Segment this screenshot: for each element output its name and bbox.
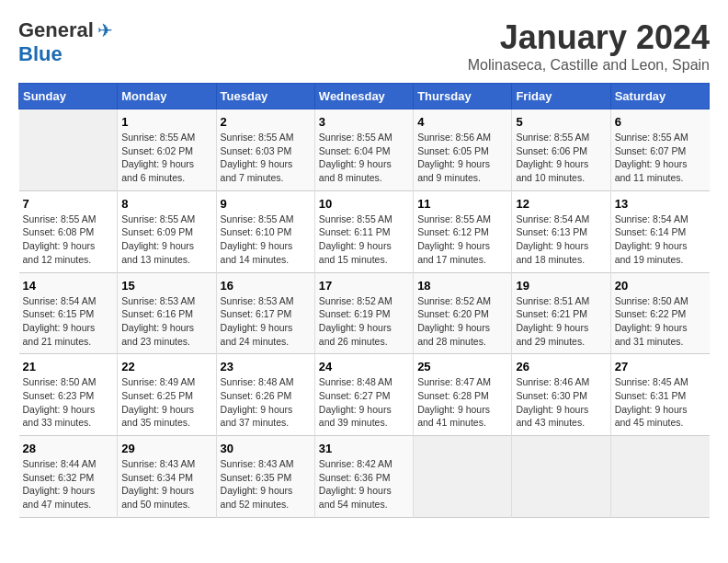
week-row-3: 14Sunrise: 8:54 AMSunset: 6:15 PMDayligh… (19, 272, 710, 354)
day-info: Sunrise: 8:55 AMSunset: 6:11 PMDaylight:… (319, 213, 409, 267)
day-info: Sunrise: 8:55 AMSunset: 6:09 PMDaylight:… (121, 213, 211, 267)
header-friday: Friday (512, 84, 610, 109)
day-cell: 5Sunrise: 8:55 AMSunset: 6:06 PMDaylight… (512, 109, 610, 191)
day-info: Sunrise: 8:55 AMSunset: 6:08 PMDaylight:… (23, 213, 114, 267)
day-number: 3 (319, 115, 409, 129)
day-info: Sunrise: 8:55 AMSunset: 6:03 PMDaylight:… (221, 131, 311, 185)
logo-blue-text: Blue (18, 42, 63, 66)
day-info: Sunrise: 8:50 AMSunset: 6:23 PMDaylight:… (23, 375, 114, 430)
day-number: 30 (221, 442, 311, 455)
day-number: 13 (615, 197, 706, 211)
day-info: Sunrise: 8:55 AMSunset: 6:04 PMDaylight:… (319, 131, 409, 185)
day-cell: 31Sunrise: 8:42 AMSunset: 6:36 PMDayligh… (314, 436, 413, 518)
day-number: 4 (417, 115, 507, 129)
day-info: Sunrise: 8:55 AMSunset: 6:06 PMDaylight:… (516, 131, 606, 185)
day-info: Sunrise: 8:55 AMSunset: 6:10 PMDaylight:… (221, 213, 311, 267)
day-number: 6 (615, 115, 706, 129)
day-cell: 28Sunrise: 8:44 AMSunset: 6:32 PMDayligh… (19, 436, 118, 518)
day-cell: 7Sunrise: 8:55 AMSunset: 6:08 PMDaylight… (19, 190, 118, 272)
day-number: 31 (319, 442, 409, 455)
day-cell: 1Sunrise: 8:55 AMSunset: 6:02 PMDaylight… (118, 109, 216, 191)
day-number: 29 (121, 442, 211, 455)
day-info: Sunrise: 8:54 AMSunset: 6:15 PMDaylight:… (23, 294, 114, 349)
day-cell (414, 436, 512, 518)
day-cell: 15Sunrise: 8:53 AMSunset: 6:16 PMDayligh… (118, 272, 216, 354)
day-info: Sunrise: 8:53 AMSunset: 6:17 PMDaylight:… (221, 294, 311, 349)
day-info: Sunrise: 8:52 AMSunset: 6:20 PMDaylight:… (417, 294, 507, 349)
day-info: Sunrise: 8:48 AMSunset: 6:26 PMDaylight:… (221, 375, 311, 430)
day-number: 25 (417, 360, 507, 373)
day-number: 21 (23, 360, 114, 373)
page-header: General ✈ Blue January 2024 Molinaseca, … (18, 18, 710, 74)
day-number: 27 (615, 360, 706, 373)
day-info: Sunrise: 8:44 AMSunset: 6:32 PMDaylight:… (23, 457, 114, 511)
logo-general-text: General (18, 18, 94, 42)
day-number: 24 (319, 360, 409, 373)
calendar-subtitle: Molinaseca, Castille and Leon, Spain (468, 57, 710, 74)
day-number: 14 (23, 279, 114, 293)
day-cell: 8Sunrise: 8:55 AMSunset: 6:09 PMDaylight… (118, 190, 216, 272)
day-cell: 27Sunrise: 8:45 AMSunset: 6:31 PMDayligh… (610, 354, 709, 436)
day-info: Sunrise: 8:43 AMSunset: 6:34 PMDaylight:… (121, 457, 211, 511)
day-info: Sunrise: 8:50 AMSunset: 6:22 PMDaylight:… (615, 294, 706, 349)
day-number: 8 (121, 197, 211, 211)
day-info: Sunrise: 8:56 AMSunset: 6:05 PMDaylight:… (417, 131, 507, 185)
week-row-4: 21Sunrise: 8:50 AMSunset: 6:23 PMDayligh… (19, 354, 710, 436)
day-number: 26 (516, 360, 606, 373)
calendar-header-row: SundayMondayTuesdayWednesdayThursdayFrid… (19, 84, 710, 109)
day-number: 16 (221, 279, 311, 293)
header-tuesday: Tuesday (216, 84, 314, 109)
day-cell: 19Sunrise: 8:51 AMSunset: 6:21 PMDayligh… (512, 272, 610, 354)
header-wednesday: Wednesday (314, 84, 413, 109)
day-cell (610, 436, 709, 518)
day-cell: 9Sunrise: 8:55 AMSunset: 6:10 PMDaylight… (216, 190, 314, 272)
day-cell: 17Sunrise: 8:52 AMSunset: 6:19 PMDayligh… (314, 272, 413, 354)
day-number: 15 (121, 279, 211, 293)
day-cell: 30Sunrise: 8:43 AMSunset: 6:35 PMDayligh… (216, 436, 314, 518)
day-number: 1 (121, 115, 211, 129)
title-area: January 2024 Molinaseca, Castille and Le… (468, 18, 710, 74)
day-number: 5 (516, 115, 606, 129)
day-cell: 26Sunrise: 8:46 AMSunset: 6:30 PMDayligh… (512, 354, 610, 436)
day-cell: 25Sunrise: 8:47 AMSunset: 6:28 PMDayligh… (414, 354, 512, 436)
day-cell: 18Sunrise: 8:52 AMSunset: 6:20 PMDayligh… (414, 272, 512, 354)
logo: General ✈ Blue (18, 18, 113, 66)
day-info: Sunrise: 8:46 AMSunset: 6:30 PMDaylight:… (516, 375, 606, 430)
calendar-title: January 2024 (468, 18, 710, 57)
calendar-table: SundayMondayTuesdayWednesdayThursdayFrid… (18, 83, 710, 518)
day-cell: 6Sunrise: 8:55 AMSunset: 6:07 PMDaylight… (610, 109, 709, 191)
day-number: 2 (221, 115, 311, 129)
day-info: Sunrise: 8:54 AMSunset: 6:14 PMDaylight:… (615, 213, 706, 267)
day-cell: 29Sunrise: 8:43 AMSunset: 6:34 PMDayligh… (118, 436, 216, 518)
day-info: Sunrise: 8:49 AMSunset: 6:25 PMDaylight:… (121, 375, 211, 430)
header-monday: Monday (118, 84, 216, 109)
day-cell: 11Sunrise: 8:55 AMSunset: 6:12 PMDayligh… (414, 190, 512, 272)
day-cell (19, 109, 118, 191)
day-cell: 12Sunrise: 8:54 AMSunset: 6:13 PMDayligh… (512, 190, 610, 272)
day-number: 19 (516, 279, 606, 293)
day-cell: 10Sunrise: 8:55 AMSunset: 6:11 PMDayligh… (314, 190, 413, 272)
day-info: Sunrise: 8:52 AMSunset: 6:19 PMDaylight:… (319, 294, 409, 349)
day-cell: 2Sunrise: 8:55 AMSunset: 6:03 PMDaylight… (216, 109, 314, 191)
header-sunday: Sunday (19, 84, 118, 109)
day-info: Sunrise: 8:51 AMSunset: 6:21 PMDaylight:… (516, 294, 606, 349)
day-info: Sunrise: 8:42 AMSunset: 6:36 PMDaylight:… (319, 457, 409, 511)
day-cell (512, 436, 610, 518)
day-number: 9 (221, 197, 311, 211)
logo-bird-icon: ✈ (97, 19, 113, 41)
day-number: 11 (417, 197, 507, 211)
day-info: Sunrise: 8:45 AMSunset: 6:31 PMDaylight:… (615, 375, 706, 430)
day-number: 12 (516, 197, 606, 211)
day-info: Sunrise: 8:55 AMSunset: 6:07 PMDaylight:… (615, 131, 706, 185)
day-info: Sunrise: 8:43 AMSunset: 6:35 PMDaylight:… (221, 457, 311, 511)
day-cell: 22Sunrise: 8:49 AMSunset: 6:25 PMDayligh… (118, 354, 216, 436)
week-row-1: 1Sunrise: 8:55 AMSunset: 6:02 PMDaylight… (19, 109, 710, 191)
day-cell: 13Sunrise: 8:54 AMSunset: 6:14 PMDayligh… (610, 190, 709, 272)
day-number: 10 (319, 197, 409, 211)
day-number: 17 (319, 279, 409, 293)
week-row-5: 28Sunrise: 8:44 AMSunset: 6:32 PMDayligh… (19, 436, 710, 518)
day-info: Sunrise: 8:53 AMSunset: 6:16 PMDaylight:… (121, 294, 211, 349)
day-number: 28 (23, 442, 114, 455)
day-cell: 3Sunrise: 8:55 AMSunset: 6:04 PMDaylight… (314, 109, 413, 191)
day-number: 23 (221, 360, 311, 373)
